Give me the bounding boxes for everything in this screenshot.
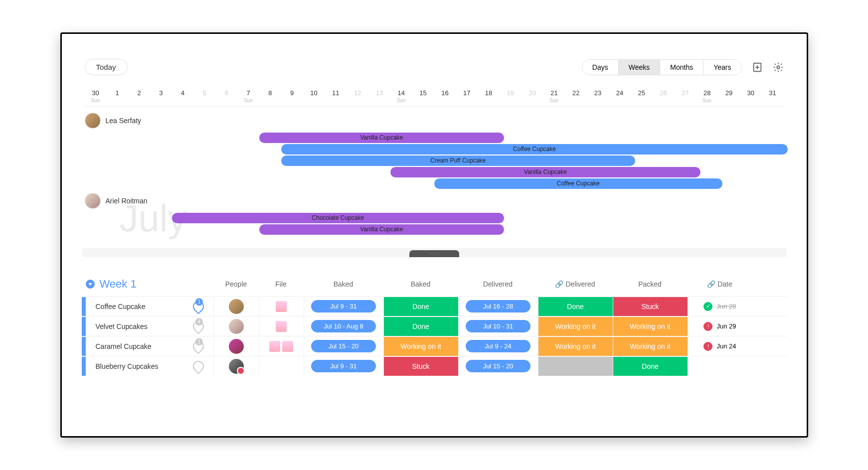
- comment-icon[interactable]: 1: [190, 338, 206, 354]
- col-baked-status[interactable]: Baked: [383, 280, 458, 288]
- delivered-status-cell[interactable]: [538, 357, 613, 376]
- date-21[interactable]: 21: [543, 89, 565, 97]
- date-31[interactable]: 31: [762, 89, 784, 97]
- date-3[interactable]: 3: [150, 89, 172, 97]
- col-date[interactable]: 🔗Date: [688, 280, 752, 288]
- file-thumb[interactable]: [276, 321, 287, 332]
- file-cell[interactable]: [259, 357, 304, 376]
- group-toggle[interactable]: Week 1: [82, 278, 214, 291]
- table-row[interactable]: Caramel Cupcake 1 Jul 15 - 20 Working on…: [82, 336, 787, 356]
- date-15[interactable]: 15: [412, 89, 434, 97]
- gantt-scrollbar[interactable]: [82, 248, 787, 257]
- item-name[interactable]: Caramel Cupcake: [86, 342, 183, 350]
- col-baked[interactable]: Baked: [304, 280, 383, 288]
- resize-handle[interactable]: [409, 250, 459, 257]
- item-name[interactable]: Coffee Cupcake: [86, 303, 183, 311]
- date-30[interactable]: 30: [740, 89, 762, 97]
- file-thumb[interactable]: [276, 301, 287, 312]
- packed-cell[interactable]: Done: [613, 357, 688, 376]
- baked-status-cell[interactable]: Done: [383, 317, 458, 336]
- delivered-status-cell[interactable]: Working on it: [538, 317, 613, 336]
- gantt-bar[interactable]: Coffee Cupcake: [281, 144, 788, 155]
- col-packed[interactable]: Packed: [613, 280, 688, 288]
- people-cell[interactable]: [214, 357, 259, 376]
- baked-status-cell[interactable]: Done: [383, 297, 458, 316]
- date-8[interactable]: 8: [259, 89, 281, 97]
- today-button[interactable]: Today: [85, 59, 128, 75]
- table-row[interactable]: Velvet Cupcakes 4 Jul 10 - Aug 8 Done Ju…: [82, 316, 787, 336]
- baked-status-cell[interactable]: Stuck: [383, 357, 458, 376]
- date-cell[interactable]: ✓Jun 28: [688, 297, 752, 316]
- view-weeks[interactable]: Weeks: [619, 60, 661, 75]
- delivered-date-cell[interactable]: Jul 16 - 28: [458, 297, 538, 316]
- date-30[interactable]: 30: [85, 89, 107, 97]
- view-days[interactable]: Days: [582, 60, 619, 75]
- delivered-status-cell[interactable]: Done: [538, 297, 613, 316]
- baked-status-cell[interactable]: Working on it: [383, 337, 458, 356]
- gantt-bar[interactable]: Vanilla Cupcake: [259, 133, 504, 143]
- date-16[interactable]: 16: [434, 89, 456, 97]
- baked-date-cell[interactable]: Jul 10 - Aug 8: [304, 317, 383, 336]
- col-delivered[interactable]: Delivered: [458, 280, 538, 288]
- gantt-bar[interactable]: Vanilla Cupcake: [259, 224, 504, 235]
- date-18[interactable]: 18: [478, 89, 500, 97]
- date-4[interactable]: 4: [172, 89, 194, 97]
- comment-icon[interactable]: [190, 358, 206, 374]
- col-delivered-status[interactable]: 🔗Delivered: [538, 280, 613, 288]
- comment-icon[interactable]: 1: [190, 299, 206, 314]
- view-years[interactable]: Years: [703, 60, 741, 75]
- baked-date-cell[interactable]: Jul 15 - 20: [304, 337, 383, 356]
- date-1[interactable]: 1: [106, 89, 128, 97]
- packed-cell[interactable]: Stuck: [613, 297, 688, 316]
- file-thumb[interactable]: [269, 341, 280, 352]
- gantt-bar[interactable]: Coffee Cupcake: [434, 178, 722, 189]
- date-cell[interactable]: [688, 357, 752, 376]
- date-25[interactable]: 25: [631, 89, 653, 97]
- delivered-date-cell[interactable]: Jul 9 - 24: [458, 337, 538, 356]
- view-months[interactable]: Months: [660, 60, 703, 75]
- packed-cell[interactable]: Working on it: [613, 317, 688, 336]
- file-cell[interactable]: [259, 337, 304, 356]
- date-6[interactable]: 6: [215, 89, 237, 97]
- date-27[interactable]: 27: [674, 89, 696, 97]
- file-cell[interactable]: [259, 297, 304, 316]
- delivered-status-cell[interactable]: Working on it: [538, 337, 613, 356]
- baked-date-cell[interactable]: Jul 9 - 31: [304, 297, 383, 316]
- date-7[interactable]: 7: [237, 89, 259, 97]
- date-5[interactable]: 5: [194, 89, 216, 97]
- date-17[interactable]: 17: [456, 89, 478, 97]
- export-icon[interactable]: [752, 62, 763, 73]
- date-20[interactable]: 20: [521, 89, 543, 97]
- date-29[interactable]: 29: [718, 89, 740, 97]
- packed-cell[interactable]: Working on it: [613, 337, 688, 356]
- date-10[interactable]: 10: [303, 89, 325, 97]
- date-14[interactable]: 14: [390, 89, 412, 97]
- date-13[interactable]: 13: [368, 89, 390, 97]
- file-cell[interactable]: [259, 317, 304, 336]
- date-28[interactable]: 28: [696, 89, 718, 97]
- people-cell[interactable]: [214, 297, 259, 316]
- delivered-date-cell[interactable]: Jul 15 - 20: [458, 357, 538, 376]
- date-24[interactable]: 24: [609, 89, 631, 97]
- date-2[interactable]: 2: [128, 89, 150, 97]
- date-23[interactable]: 23: [587, 89, 609, 97]
- col-file[interactable]: File: [259, 280, 304, 288]
- gear-icon[interactable]: [773, 62, 784, 73]
- date-19[interactable]: 19: [500, 89, 521, 97]
- gantt-bar[interactable]: Chocolate Cupcake: [172, 213, 504, 223]
- file-thumb[interactable]: [282, 341, 293, 352]
- col-people[interactable]: People: [214, 280, 259, 288]
- comment-icon[interactable]: 4: [190, 318, 206, 334]
- gantt-bar[interactable]: Cream Puff Cupcake: [281, 156, 635, 166]
- baked-date-cell[interactable]: Jul 9 - 31: [304, 357, 383, 376]
- date-12[interactable]: 12: [347, 89, 368, 97]
- date-9[interactable]: 9: [281, 89, 303, 97]
- date-22[interactable]: 22: [565, 89, 587, 97]
- table-row[interactable]: Coffee Cupcake 1 Jul 9 - 31 Done Jul 16 …: [82, 296, 787, 316]
- item-name[interactable]: Blueberry Cupcakes: [86, 362, 183, 370]
- date-11[interactable]: 11: [325, 89, 347, 97]
- date-26[interactable]: 26: [653, 89, 675, 97]
- delivered-date-cell[interactable]: Jul 10 - 31: [458, 317, 538, 336]
- date-cell[interactable]: !Jun 29: [688, 317, 752, 336]
- people-cell[interactable]: [214, 317, 259, 336]
